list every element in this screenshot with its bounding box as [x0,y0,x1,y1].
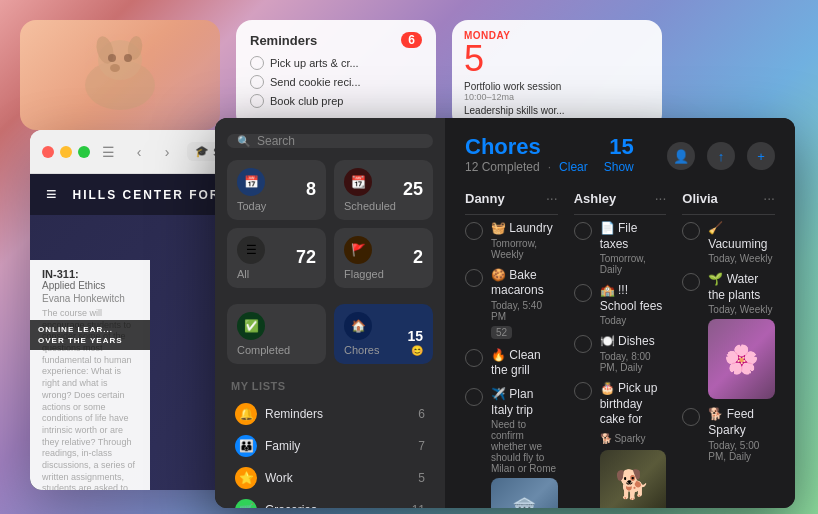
back-button[interactable]: ‹ [127,140,151,164]
share-icon[interactable]: ↑ [707,142,735,170]
maximize-button[interactable] [78,146,90,158]
list-item-family[interactable]: 👪 Family 7 [219,430,441,462]
forward-button[interactable]: › [155,140,179,164]
danny-menu-icon[interactable]: ··· [546,190,558,206]
close-button[interactable] [42,146,54,158]
taxes-body: 📄 File taxes Tomorrow, Daily [600,221,667,275]
my-lists-title: My Lists [215,380,445,392]
school-fees-check[interactable] [574,284,592,302]
sparky-cake-check[interactable] [574,382,592,400]
today-label: Today [237,200,316,212]
flagged-label: Flagged [344,268,423,280]
reminders-main-header: Chores 15 12 Completed · Clear Show 👤 ↑ … [445,118,795,186]
dishes-title: 🍽️ Dishes [600,334,667,350]
feed-sparky-body: 🐕 Feed Sparky Today, 5:00 PM, Daily [708,407,775,461]
scheduled-label: Scheduled [344,200,423,212]
main-count: 15 [609,134,633,160]
italy-title: ✈️ Plan Italy trip [491,387,558,418]
water-plants-title: 🌱 Water the plants [708,272,775,303]
completed-label: Completed [237,344,316,356]
show-button[interactable]: Show [604,160,634,174]
italy-check[interactable] [465,388,483,406]
col-name-danny: Danny [465,191,505,206]
course-name: Applied Ethics [42,280,138,291]
dishes-subtitle: Today, 8:00 PM, Daily [600,351,667,373]
smart-list-completed[interactable]: ✅ Completed [227,304,326,364]
today-icon: 📅 [237,168,265,196]
macarons-check[interactable] [465,269,483,287]
task-feed-sparky: 🐕 Feed Sparky Today, 5:00 PM, Daily [682,407,775,461]
reminder-item-1: Pick up arts & cr... [250,56,422,70]
reminders-widget[interactable]: Reminders 6 Pick up arts & cr... Send co… [236,20,436,130]
feed-sparky-title: 🐕 Feed Sparky [708,407,775,438]
task-sparky-cake: 🎂 Pick up birthday cake for 🐕 Sparky 🐕 [574,381,667,508]
school-fees-subtitle: Today [600,315,667,326]
plants-img-inner: 🌸 [708,319,775,399]
reminders-count-badge: 6 [401,32,422,48]
groceries-list-icon: 🛒 [235,499,257,508]
groceries-list-count: 11 [412,503,425,508]
water-plants-check[interactable] [682,273,700,291]
task-vacuuming: 🧹 Vacuuming Today, Weekly [682,221,775,264]
water-plants-subtitle: Today, Weekly [708,304,775,315]
person-icon[interactable]: 👤 [667,142,695,170]
col-name-ashley: Ashley [574,191,617,206]
all-count: 72 [296,247,316,268]
sparky-tag: 🐕 Sparky [600,433,646,444]
online-text-2: OVER THE YEARS [38,335,142,346]
reminder-item-2: Send cookie reci... [250,75,422,89]
svg-point-4 [110,64,120,72]
add-task-button[interactable]: + [747,142,775,170]
italy-subtitle: Need to confirm whether we should fly to… [491,419,558,474]
search-bar[interactable]: 🔍 Search [227,134,433,148]
smart-list-scheduled[interactable]: 📆 25 Scheduled [334,160,433,220]
vacuuming-body: 🧹 Vacuuming Today, Weekly [708,221,775,264]
family-list-icon: 👪 [235,435,257,457]
olivia-menu-icon[interactable]: ··· [763,190,775,206]
course-sidebar: 🏛️ IN-311: Applied Ethics Evana Honkewit… [30,260,150,490]
main-title: Chores [465,134,541,160]
family-list-name: Family [265,439,418,453]
reminders-sidebar: 🔍 Search 📅 8 Today 📆 [215,118,445,508]
laundry-title: 🧺 Laundry [491,221,558,237]
column-danny: Danny ··· 🧺 Laundry Tomorrow, Weekly 🍪 B… [457,186,566,508]
list-item-reminders[interactable]: 🔔 Reminders 6 [219,398,441,430]
laundry-check[interactable] [465,222,483,240]
taxes-check[interactable] [574,222,592,240]
list-item-work[interactable]: ⭐ Work 5 [219,462,441,494]
grill-check[interactable] [465,349,483,367]
task-file-taxes: 📄 File taxes Tomorrow, Daily [574,221,667,275]
col-header-danny: Danny ··· [465,186,558,215]
list-item-groceries[interactable]: 🛒 Groceries 11 [219,494,441,508]
italy-body: ✈️ Plan Italy trip Need to confirm wheth… [491,387,558,508]
traffic-lights [42,146,90,158]
macarons-body: 🍪 Bake macarons Today, 5:40 PM 52 [491,268,558,340]
title-row: Chores 15 [465,134,634,160]
column-olivia: Olivia ··· 🧹 Vacuuming Today, Weekly 🌱 W… [674,186,783,508]
online-banner: ONLINE LEAR... OVER THE YEARS [30,320,150,350]
feed-sparky-check[interactable] [682,408,700,426]
clear-button[interactable]: Clear [559,160,588,174]
smart-list-all[interactable]: ☰ 72 All [227,228,326,288]
minimize-button[interactable] [60,146,72,158]
task-school-fees: 🏫 !!! School fees Today [574,283,667,326]
ashley-menu-icon[interactable]: ··· [655,190,667,206]
smart-list-chores[interactable]: 🏠 15 Chores 😊 [334,304,433,364]
scheduled-icon: 📆 [344,168,372,196]
dot-separator: · [548,160,551,174]
dishes-check[interactable] [574,335,592,353]
search-icon: 🔍 [237,135,251,148]
today-count: 8 [306,179,316,200]
smart-list-today[interactable]: 📅 8 Today [227,160,326,220]
vacuuming-check[interactable] [682,222,700,240]
chores-label: Chores [344,344,379,356]
smart-list-flagged[interactable]: 🚩 2 Flagged [334,228,433,288]
completed-icon: ✅ [237,312,265,340]
all-label: All [237,268,316,280]
calendar-day-label: Monday [464,30,650,41]
toolbar-right: 👤 ↑ + [667,142,775,170]
sidebar-icon[interactable]: ☰ [102,144,115,160]
menu-icon[interactable]: ≡ [46,184,57,205]
groceries-list-name: Groceries [265,503,412,508]
calendar-widget[interactable]: Monday 5 Portfolio work session 10:00–12… [452,20,662,130]
